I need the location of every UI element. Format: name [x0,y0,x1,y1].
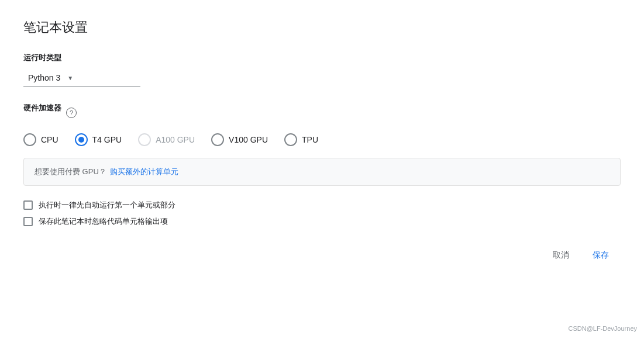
checkbox-omit-output-label: 保存此笔记本时忽略代码单元格输出项 [39,216,168,227]
gpu-info-text: 想要使用付费 GPU？ [35,167,106,177]
help-icon-text: ? [70,109,73,116]
dropdown-arrow-icon: ▼ [67,75,73,81]
dialog-container: 笔记本设置 运行时类型 Python 3 ▼ 硬件加速器 ? C [0,0,644,339]
checkbox-omit-output[interactable] [23,217,33,226]
radio-label-t4gpu: T4 GPU [92,135,122,144]
radio-circle-t4gpu [75,133,88,146]
radio-option-t4gpu[interactable]: T4 GPU [75,133,122,146]
radio-label-tpu: TPU [302,135,318,144]
hardware-section: 硬件加速器 ? CPU T4 GPU [23,103,621,186]
checkbox-auto-run[interactable] [23,200,33,210]
runtime-type-select[interactable]: Python 3 ▼ [23,73,140,87]
radio-option-a100gpu[interactable]: A100 GPU [138,133,195,146]
checkbox-auto-run-label: 执行时一律先自动运行第一个单元或部分 [39,200,175,210]
radio-label-a100gpu: A100 GPU [156,135,195,144]
radio-label-v100gpu: V100 GPU [229,135,268,144]
runtime-section-label: 运行时类型 [23,53,621,63]
gpu-info-box: 想要使用付费 GPU？ 购买额外的计算单元 [23,158,621,186]
cancel-button[interactable]: 取消 [543,245,578,265]
runtime-section: 运行时类型 Python 3 ▼ [23,53,621,87]
radio-option-tpu[interactable]: TPU [284,133,318,146]
hardware-radio-group: CPU T4 GPU A100 GPU V100 GPU [23,133,621,146]
help-icon[interactable]: ? [66,108,77,118]
hardware-label-row: 硬件加速器 ? [23,103,621,123]
checkboxes-section: 执行时一律先自动运行第一个单元或部分 保存此笔记本时忽略代码单元格输出项 [23,200,621,227]
radio-option-v100gpu[interactable]: V100 GPU [211,133,268,146]
save-button[interactable]: 保存 [583,245,618,265]
buy-compute-units-link[interactable]: 购买额外的计算单元 [110,167,178,177]
radio-circle-a100gpu [138,133,151,146]
radio-circle-v100gpu [211,133,224,146]
watermark: CSDN@LF-DevJourney [568,325,637,332]
radio-circle-tpu [284,133,297,146]
radio-option-cpu[interactable]: CPU [23,133,58,146]
hardware-section-label: 硬件加速器 [23,103,61,113]
checkbox-row-omit-output[interactable]: 保存此笔记本时忽略代码单元格输出项 [23,216,621,227]
radio-label-cpu: CPU [41,135,58,144]
radio-circle-cpu [23,133,36,146]
dialog-content: 笔记本设置 运行时类型 Python 3 ▼ 硬件加速器 ? C [23,19,621,265]
dialog-title: 笔记本设置 [23,19,621,36]
checkbox-row-auto-run[interactable]: 执行时一律先自动运行第一个单元或部分 [23,200,621,210]
actions-row: 取消 保存 [23,245,621,265]
runtime-type-value: Python 3 [23,73,60,82]
